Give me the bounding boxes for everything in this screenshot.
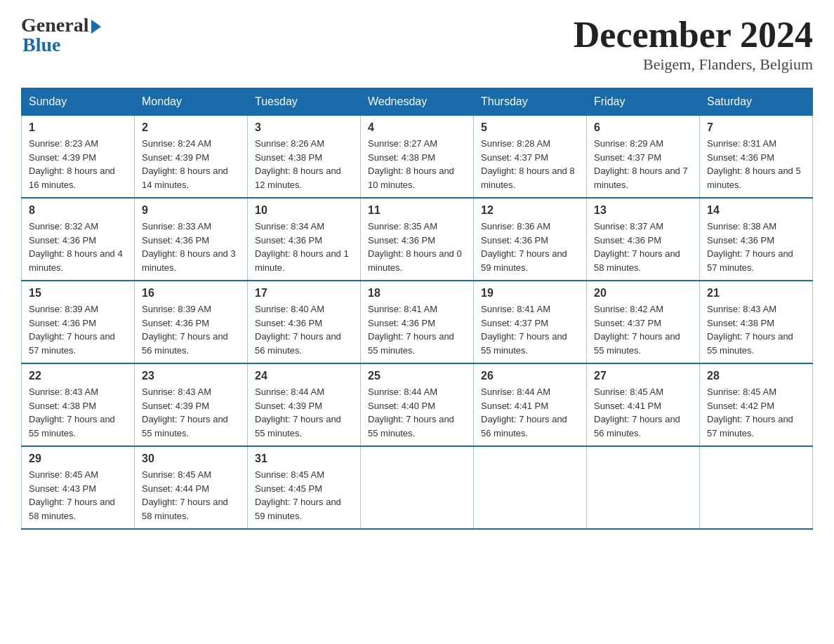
location-title: Beigem, Flanders, Belgium (574, 55, 813, 74)
day-number: 5 (481, 121, 579, 134)
day-info: Sunrise: 8:24 AM Sunset: 4:39 PM Dayligh… (142, 137, 240, 192)
calendar-cell: 1 Sunrise: 8:23 AM Sunset: 4:39 PM Dayli… (22, 116, 135, 199)
day-info: Sunrise: 8:45 AM Sunset: 4:43 PM Dayligh… (29, 468, 127, 523)
day-info: Sunrise: 8:41 AM Sunset: 4:37 PM Dayligh… (481, 302, 579, 357)
calendar-cell: 6 Sunrise: 8:29 AM Sunset: 4:37 PM Dayli… (587, 116, 700, 199)
day-info: Sunrise: 8:33 AM Sunset: 4:36 PM Dayligh… (142, 220, 240, 274)
week-row-3: 15 Sunrise: 8:39 AM Sunset: 4:36 PM Dayl… (22, 281, 813, 363)
calendar-cell: 30 Sunrise: 8:45 AM Sunset: 4:44 PM Dayl… (135, 446, 248, 529)
day-number: 10 (255, 204, 353, 217)
calendar-cell: 28 Sunrise: 8:45 AM Sunset: 4:42 PM Dayl… (700, 363, 813, 446)
weekday-header-monday: Monday (135, 88, 248, 116)
day-info: Sunrise: 8:44 AM Sunset: 4:40 PM Dayligh… (368, 385, 466, 440)
day-number: 24 (255, 370, 353, 382)
calendar-cell: 26 Sunrise: 8:44 AM Sunset: 4:41 PM Dayl… (474, 363, 587, 446)
calendar-cell: 7 Sunrise: 8:31 AM Sunset: 4:36 PM Dayli… (700, 116, 813, 199)
calendar-cell: 27 Sunrise: 8:45 AM Sunset: 4:41 PM Dayl… (587, 363, 700, 446)
day-number: 25 (368, 370, 466, 382)
day-number: 29 (29, 452, 127, 465)
day-info: Sunrise: 8:45 AM Sunset: 4:41 PM Dayligh… (594, 385, 692, 440)
weekday-header-tuesday: Tuesday (248, 88, 361, 116)
calendar-cell: 2 Sunrise: 8:24 AM Sunset: 4:39 PM Dayli… (135, 116, 248, 199)
day-number: 14 (707, 204, 805, 217)
calendar-cell: 13 Sunrise: 8:37 AM Sunset: 4:36 PM Dayl… (587, 198, 700, 281)
day-number: 12 (481, 204, 579, 217)
day-number: 2 (142, 121, 240, 134)
day-info: Sunrise: 8:28 AM Sunset: 4:37 PM Dayligh… (481, 137, 579, 192)
week-row-2: 8 Sunrise: 8:32 AM Sunset: 4:36 PM Dayli… (22, 198, 813, 281)
day-info: Sunrise: 8:42 AM Sunset: 4:37 PM Dayligh… (594, 302, 692, 357)
day-number: 31 (255, 452, 353, 465)
calendar-cell: 23 Sunrise: 8:43 AM Sunset: 4:39 PM Dayl… (135, 363, 248, 446)
logo-arrow-icon (91, 20, 101, 34)
calendar-table: SundayMondayTuesdayWednesdayThursdayFrid… (21, 88, 813, 530)
weekday-header-thursday: Thursday (474, 88, 587, 116)
calendar-cell: 14 Sunrise: 8:38 AM Sunset: 4:36 PM Dayl… (700, 198, 813, 281)
calendar-cell: 18 Sunrise: 8:41 AM Sunset: 4:36 PM Dayl… (361, 281, 474, 363)
week-row-1: 1 Sunrise: 8:23 AM Sunset: 4:39 PM Dayli… (22, 116, 813, 199)
day-info: Sunrise: 8:37 AM Sunset: 4:36 PM Dayligh… (594, 220, 692, 274)
calendar-cell (361, 446, 474, 529)
day-number: 20 (594, 287, 692, 300)
day-info: Sunrise: 8:44 AM Sunset: 4:39 PM Dayligh… (255, 385, 353, 440)
day-number: 9 (142, 204, 240, 217)
calendar-cell: 19 Sunrise: 8:41 AM Sunset: 4:37 PM Dayl… (474, 281, 587, 363)
day-info: Sunrise: 8:43 AM Sunset: 4:38 PM Dayligh… (707, 302, 805, 357)
page-header: General Blue December 2024 Beigem, Fland… (21, 14, 813, 74)
day-number: 21 (707, 287, 805, 300)
day-number: 28 (707, 370, 805, 382)
day-number: 18 (368, 287, 466, 300)
day-info: Sunrise: 8:26 AM Sunset: 4:38 PM Dayligh… (255, 137, 353, 192)
weekday-header-friday: Friday (587, 88, 700, 116)
calendar-cell: 10 Sunrise: 8:34 AM Sunset: 4:36 PM Dayl… (248, 198, 361, 281)
day-info: Sunrise: 8:36 AM Sunset: 4:36 PM Dayligh… (481, 220, 579, 274)
calendar-cell (587, 446, 700, 529)
calendar-cell: 25 Sunrise: 8:44 AM Sunset: 4:40 PM Dayl… (361, 363, 474, 446)
day-info: Sunrise: 8:38 AM Sunset: 4:36 PM Dayligh… (707, 220, 805, 274)
calendar-cell: 5 Sunrise: 8:28 AM Sunset: 4:37 PM Dayli… (474, 116, 587, 199)
calendar-cell: 31 Sunrise: 8:45 AM Sunset: 4:45 PM Dayl… (248, 446, 361, 529)
day-info: Sunrise: 8:23 AM Sunset: 4:39 PM Dayligh… (29, 137, 127, 192)
calendar-cell: 8 Sunrise: 8:32 AM Sunset: 4:36 PM Dayli… (22, 198, 135, 281)
day-number: 6 (594, 121, 692, 134)
weekday-header-row: SundayMondayTuesdayWednesdayThursdayFrid… (22, 88, 813, 116)
logo: General Blue (21, 14, 101, 56)
day-number: 16 (142, 287, 240, 300)
weekday-header-wednesday: Wednesday (361, 88, 474, 116)
calendar-cell: 15 Sunrise: 8:39 AM Sunset: 4:36 PM Dayl… (22, 281, 135, 363)
calendar-cell: 20 Sunrise: 8:42 AM Sunset: 4:37 PM Dayl… (587, 281, 700, 363)
calendar-cell: 4 Sunrise: 8:27 AM Sunset: 4:38 PM Dayli… (361, 116, 474, 199)
day-number: 23 (142, 370, 240, 382)
day-number: 1 (29, 121, 127, 134)
day-number: 13 (594, 204, 692, 217)
day-info: Sunrise: 8:29 AM Sunset: 4:37 PM Dayligh… (594, 137, 692, 192)
day-info: Sunrise: 8:39 AM Sunset: 4:36 PM Dayligh… (142, 302, 240, 357)
day-info: Sunrise: 8:43 AM Sunset: 4:38 PM Dayligh… (29, 385, 127, 440)
calendar-cell: 22 Sunrise: 8:43 AM Sunset: 4:38 PM Dayl… (22, 363, 135, 446)
calendar-cell: 12 Sunrise: 8:36 AM Sunset: 4:36 PM Dayl… (474, 198, 587, 281)
day-info: Sunrise: 8:45 AM Sunset: 4:44 PM Dayligh… (142, 468, 240, 523)
logo-blue-text: Blue (21, 34, 60, 56)
day-info: Sunrise: 8:44 AM Sunset: 4:41 PM Dayligh… (481, 385, 579, 440)
weekday-header-saturday: Saturday (700, 88, 813, 116)
calendar-cell: 21 Sunrise: 8:43 AM Sunset: 4:38 PM Dayl… (700, 281, 813, 363)
day-number: 19 (481, 287, 579, 300)
day-info: Sunrise: 8:35 AM Sunset: 4:36 PM Dayligh… (368, 220, 466, 274)
day-number: 15 (29, 287, 127, 300)
calendar-cell: 17 Sunrise: 8:40 AM Sunset: 4:36 PM Dayl… (248, 281, 361, 363)
weekday-header-sunday: Sunday (22, 88, 135, 116)
calendar-cell: 9 Sunrise: 8:33 AM Sunset: 4:36 PM Dayli… (135, 198, 248, 281)
calendar-cell: 3 Sunrise: 8:26 AM Sunset: 4:38 PM Dayli… (248, 116, 361, 199)
title-block: December 2024 Beigem, Flanders, Belgium (574, 14, 813, 74)
day-info: Sunrise: 8:45 AM Sunset: 4:45 PM Dayligh… (255, 468, 353, 523)
day-number: 3 (255, 121, 353, 134)
day-info: Sunrise: 8:43 AM Sunset: 4:39 PM Dayligh… (142, 385, 240, 440)
day-number: 26 (481, 370, 579, 382)
day-info: Sunrise: 8:31 AM Sunset: 4:36 PM Dayligh… (707, 137, 805, 192)
day-info: Sunrise: 8:34 AM Sunset: 4:36 PM Dayligh… (255, 220, 353, 274)
day-number: 22 (29, 370, 127, 382)
calendar-cell: 29 Sunrise: 8:45 AM Sunset: 4:43 PM Dayl… (22, 446, 135, 529)
day-number: 17 (255, 287, 353, 300)
day-info: Sunrise: 8:27 AM Sunset: 4:38 PM Dayligh… (368, 137, 466, 192)
day-info: Sunrise: 8:45 AM Sunset: 4:42 PM Dayligh… (707, 385, 805, 440)
